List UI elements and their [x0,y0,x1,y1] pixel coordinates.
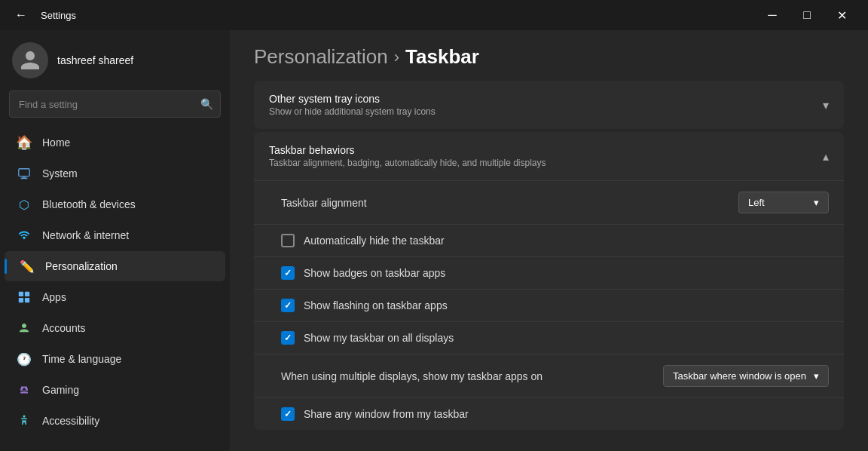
dropdown-chevron-icon: ▾ [814,197,819,208]
search-input[interactable] [9,91,221,118]
user-profile: tashreef shareef [0,30,230,87]
share-window-label: Share any window from my taskbar [304,408,469,420]
svg-rect-4 [25,292,29,296]
checkbox-autohide: Automatically hide the taskbar [254,225,844,257]
sidebar-item-label: Personalization [45,260,118,272]
section-system-tray-title: Other system tray icons [269,93,436,105]
accessibility-icon [17,413,32,428]
alignment-label: Taskbar alignment [281,197,367,209]
system-icon [17,166,32,181]
chevron-up-icon: ▴ [823,149,829,164]
section-system-tray-titles: Other system tray icons Show or hide add… [269,93,436,117]
autohide-label: Automatically hide the taskbar [304,235,445,247]
time-icon: 🕐 [17,351,32,367]
checkbox-flashing: Show flashing on taskbar apps [254,290,844,322]
network-icon [17,228,32,243]
sidebar-item-home[interactable]: 🏠 Home [5,127,225,158]
sidebar-item-label: Accounts [42,322,86,334]
sidebar-item-label: Apps [42,291,66,303]
back-button[interactable]: ← [9,3,33,27]
checkbox-badges: Show badges on taskbar apps [254,257,844,290]
sidebar-item-apps[interactable]: Apps [5,282,225,312]
sidebar-item-network[interactable]: Network & internet [5,220,225,250]
title-bar-left: ← Settings [9,3,755,27]
alignment-value: Left [748,197,765,208]
sidebar-item-personalization[interactable]: ✏️ Personalization [5,251,225,281]
title-bar: ← Settings ─ □ ✕ [0,0,868,30]
sidebar-item-system[interactable]: System [5,158,225,189]
content-header: Personalization › Taskbar [230,30,868,81]
setting-alignment: Taskbar alignment Left ▾ [254,181,844,225]
svg-rect-6 [25,298,29,302]
svg-rect-5 [19,298,23,302]
section-behaviors-title: Taskbar behaviors [269,144,546,156]
breadcrumb-separator: › [394,48,399,67]
sidebar-item-label: Gaming [42,384,79,396]
svg-point-7 [23,416,26,418]
section-behaviors-header[interactable]: Taskbar behaviors Taskbar alignment, bad… [254,132,844,181]
breadcrumb-current: Taskbar [405,45,479,69]
all-displays-checkbox[interactable] [281,331,295,345]
multiple-displays-value: Taskbar where window is open [673,370,806,382]
svg-rect-0 [19,169,29,176]
breadcrumb-parent: Personalization [254,45,388,69]
share-window-checkbox[interactable] [281,407,295,421]
section-behaviors-subtitle: Taskbar alignment, badging, automaticall… [269,158,546,168]
sidebar-item-label: Time & language [42,353,121,365]
maximize-button[interactable]: □ [790,3,824,27]
user-name: tashreef shareef [57,54,133,66]
svg-rect-1 [22,177,26,178]
accounts-icon [17,321,32,336]
section-system-tray-header[interactable]: Other system tray icons Show or hide add… [254,81,844,129]
sidebar-item-accessibility[interactable]: Accessibility [5,406,225,436]
badges-label: Show badges on taskbar apps [304,267,445,279]
sidebar-item-bluetooth[interactable]: ⬡ Bluetooth & devices [5,189,225,219]
sidebar-item-label: Bluetooth & devices [42,198,136,210]
section-behaviors: Taskbar behaviors Taskbar alignment, bad… [254,132,844,430]
main-layout: tashreef shareef 🔍 🏠 Home System ⬡ Blu [0,30,868,451]
search-icon: 🔍 [200,98,213,110]
sidebar-item-label: System [42,167,78,179]
badges-checkbox[interactable] [281,266,295,280]
gaming-icon [17,382,32,397]
breadcrumb: Personalization › Taskbar [254,45,844,69]
active-indicator [5,259,7,274]
section-system-tray: Other system tray icons Show or hide add… [254,81,844,129]
avatar [12,42,48,78]
close-button[interactable]: ✕ [824,3,859,27]
sidebar: tashreef shareef 🔍 🏠 Home System ⬡ Blu [0,30,230,451]
sidebar-item-accounts[interactable]: Accounts [5,313,225,343]
section-behaviors-titles: Taskbar behaviors Taskbar alignment, bad… [269,144,546,168]
sidebar-item-gaming[interactable]: Gaming [5,375,225,405]
svg-rect-2 [21,178,28,179]
section-system-tray-subtitle: Show or hide additional system tray icon… [269,106,436,117]
personalization-icon: ✏️ [20,259,35,274]
bluetooth-icon: ⬡ [17,197,32,212]
flashing-label: Show flashing on taskbar apps [304,299,448,311]
content-area: Personalization › Taskbar Other system t… [230,30,868,451]
search-box: 🔍 [9,91,221,118]
autohide-checkbox[interactable] [281,234,295,247]
alignment-dropdown[interactable]: Left ▾ [738,192,829,213]
sidebar-item-time[interactable]: 🕐 Time & language [5,344,225,374]
checkbox-all-displays: Show my taskbar on all displays [254,322,844,354]
sidebar-item-label: Home [42,137,70,149]
chevron-down-icon: ▾ [823,98,829,112]
svg-rect-3 [19,292,23,296]
user-avatar-icon [19,49,41,72]
all-displays-label: Show my taskbar on all displays [304,332,454,344]
flashing-checkbox[interactable] [281,299,295,312]
multiple-displays-dropdown[interactable]: Taskbar where window is open ▾ [663,365,829,387]
app-title: Settings [41,10,76,21]
multiple-displays-label: When using multiple displays, show my ta… [281,370,542,382]
sidebar-item-label: Network & internet [42,229,129,241]
minimize-button[interactable]: ─ [755,3,790,27]
sidebar-item-label: Accessibility [42,415,99,427]
setting-multiple-displays: When using multiple displays, show my ta… [254,354,844,398]
home-icon: 🏠 [17,135,32,150]
settings-sections: Other system tray icons Show or hide add… [230,81,868,448]
apps-icon [17,290,32,305]
dropdown-chevron-icon: ▾ [814,370,819,382]
nav-list: 🏠 Home System ⬡ Bluetooth & devices Ne [0,124,230,451]
checkbox-share-window: Share any window from my taskbar [254,398,844,430]
